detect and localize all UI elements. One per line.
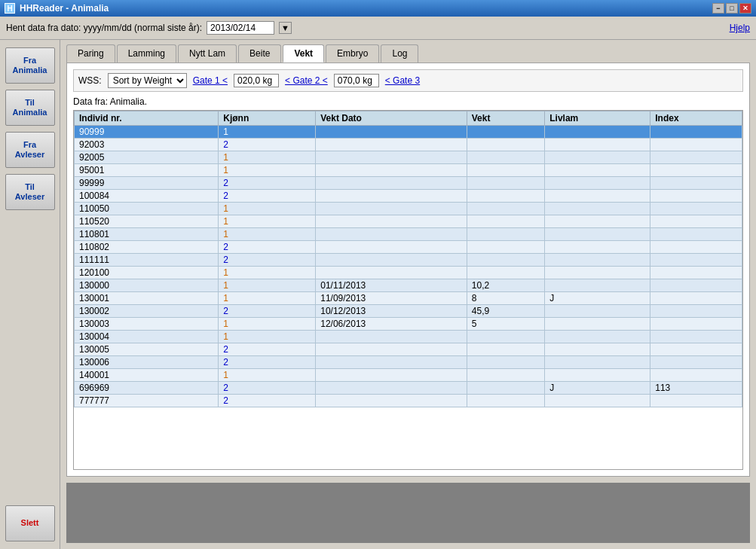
table-cell (316, 395, 467, 407)
titlebar: H HHReader - Animalia − □ ✕ (0, 0, 756, 17)
slett-button[interactable]: Slett (5, 505, 55, 541)
wss-label: WSS: (78, 75, 102, 86)
maximize-button[interactable]: □ (726, 3, 738, 14)
table-cell (316, 126, 467, 139)
table-cell (650, 228, 742, 241)
table-cell (650, 395, 742, 407)
fra-animalia-button[interactable]: FraAnimalia (5, 47, 55, 84)
tab-lamming[interactable]: Lamming (117, 44, 176, 63)
table-cell (650, 164, 742, 177)
table-row[interactable]: 6969692J113 (75, 382, 742, 395)
table-cell (545, 356, 650, 369)
tab-beite[interactable]: Beite (238, 44, 281, 63)
table-row[interactable]: 1000842 (75, 190, 742, 203)
tab-log[interactable]: Log (381, 44, 418, 63)
table-row[interactable]: 1111112 (75, 254, 742, 267)
gate2-link[interactable]: < Gate 2 < (285, 75, 328, 86)
table-cell (650, 343, 742, 356)
table-cell: 130002 (75, 305, 219, 318)
content-area: FraAnimalia TilAnimalia FraAvleser TilAv… (0, 40, 756, 549)
table-cell (650, 241, 742, 254)
help-link[interactable]: Hjelp (730, 23, 750, 33)
table-cell: 1 (219, 228, 316, 241)
fra-avleser-button[interactable]: FraAvleser (5, 132, 55, 168)
col-individ[interactable]: Individ nr. (75, 111, 219, 126)
table-row[interactable]: 130001111/09/20138J (75, 292, 742, 305)
close-button[interactable]: ✕ (739, 3, 751, 14)
table-cell (467, 203, 544, 215)
table-cell: 2 (219, 190, 316, 203)
table-row[interactable]: 950011 (75, 164, 742, 177)
minimize-button[interactable]: − (712, 3, 724, 14)
table-cell: 92005 (75, 151, 219, 164)
col-vekt[interactable]: Vekt (467, 111, 544, 126)
table-row[interactable]: 1300062 (75, 356, 742, 369)
col-kjonn[interactable]: Kjønn (219, 111, 316, 126)
table-row[interactable]: 1201001 (75, 267, 742, 279)
gate1-link[interactable]: Gate 1 < (193, 75, 228, 86)
table-cell (650, 151, 742, 164)
table-cell: 2 (219, 343, 316, 356)
table-cell (467, 241, 544, 254)
tab-paring[interactable]: Paring (66, 44, 115, 63)
sidebar: FraAnimalia TilAnimalia FraAvleser TilAv… (0, 40, 60, 549)
table-cell: 99999 (75, 177, 219, 190)
gate1-input[interactable] (234, 74, 279, 87)
table-row[interactable]: 909991 (75, 126, 742, 139)
table-cell (316, 203, 467, 215)
table-header-row: Individ nr. Kjønn Vekt Dato Vekt Livlam … (75, 111, 742, 126)
table-cell (467, 215, 544, 228)
col-vekt-dato[interactable]: Vekt Dato (316, 111, 467, 126)
table-cell: 10/12/2013 (316, 305, 467, 318)
table-cell: 1 (219, 267, 316, 279)
table-cell (467, 151, 544, 164)
til-animalia-button[interactable]: TilAnimalia (5, 90, 55, 126)
table-cell (650, 356, 742, 369)
gate3-link[interactable]: < Gate 3 (385, 75, 420, 86)
table-body: 9099919200329200519500119999921000842110… (75, 126, 742, 407)
tabs: Paring Lamming Nytt Lam Beite Vekt Embry… (60, 40, 756, 63)
table-cell: 130005 (75, 343, 219, 356)
table-cell (545, 139, 650, 151)
table-row[interactable]: 1300052 (75, 343, 742, 356)
table-row[interactable]: 920051 (75, 151, 742, 164)
sort-dropdown[interactable]: Sort by Weight Sort by ID Sort by Date (108, 73, 187, 88)
table-container[interactable]: Individ nr. Kjønn Vekt Dato Vekt Livlam … (73, 110, 743, 470)
table-cell (316, 356, 467, 369)
table-row[interactable]: 1100501 (75, 203, 742, 215)
table-row[interactable]: 130003112/06/20135 (75, 318, 742, 331)
table-cell (650, 139, 742, 151)
table-cell (316, 241, 467, 254)
tab-embryo[interactable]: Embryo (326, 44, 379, 63)
table-row[interactable]: 7777772 (75, 395, 742, 407)
table-cell (650, 267, 742, 279)
table-row[interactable]: 920032 (75, 139, 742, 151)
tab-nytt-lam[interactable]: Nytt Lam (178, 44, 237, 63)
table-row[interactable]: 1300041 (75, 331, 742, 343)
table-cell (650, 318, 742, 331)
tab-vekt[interactable]: Vekt (283, 44, 324, 63)
table-cell (650, 126, 742, 139)
date-dropdown-button[interactable]: ▼ (279, 22, 292, 34)
table-cell: 1 (219, 369, 316, 382)
date-input[interactable] (207, 21, 274, 35)
wss-bar: WSS: Sort by Weight Sort by ID Sort by D… (73, 69, 743, 92)
table-row[interactable]: 130000101/11/201310,2 (75, 279, 742, 292)
table-cell (316, 331, 467, 343)
col-index[interactable]: Index (650, 111, 742, 126)
til-avleser-button[interactable]: TilAvleser (5, 174, 55, 210)
table-cell (467, 395, 544, 407)
col-livlam[interactable]: Livlam (545, 111, 650, 126)
table-row[interactable]: 1400011 (75, 369, 742, 382)
table-row[interactable]: 999992 (75, 177, 742, 190)
table-row[interactable]: 130002210/12/201345,9 (75, 305, 742, 318)
table-cell (545, 126, 650, 139)
table-row[interactable]: 1108022 (75, 241, 742, 254)
gate2-input[interactable] (334, 74, 379, 87)
table-row[interactable]: 1108011 (75, 228, 742, 241)
app-icon: H (5, 3, 15, 14)
table-cell (545, 151, 650, 164)
table-cell: 2 (219, 395, 316, 407)
table-row[interactable]: 1105201 (75, 215, 742, 228)
table-cell: 92003 (75, 139, 219, 151)
